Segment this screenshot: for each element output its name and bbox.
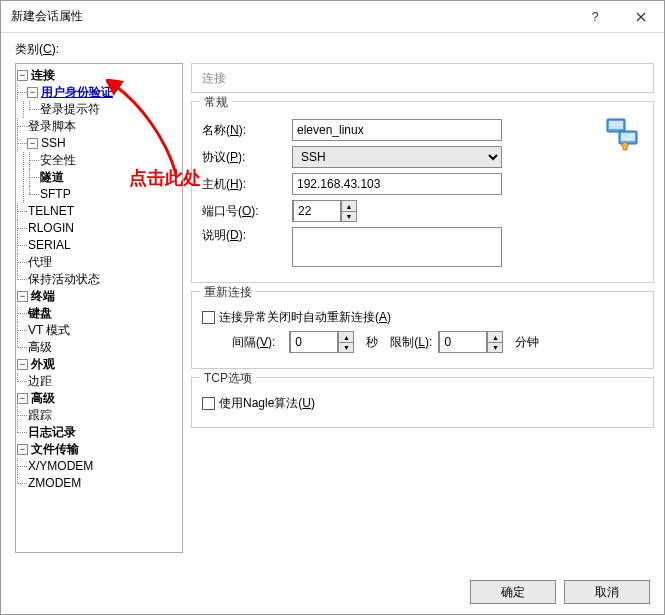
close-icon [636,12,646,22]
category-tree[interactable]: 连接 用户身份验证 登录提示符 登录脚本 SSH 安全性 [15,63,183,553]
tree-login-script[interactable]: 登录脚本 [27,118,77,135]
reconnect-legend: 重新连接 [200,284,256,301]
seconds-label: 秒 [366,334,378,351]
port-input[interactable] [293,200,341,222]
minutes-label: 分钟 [515,334,539,351]
ssh-computers-icon [605,116,641,152]
tree-login-prompt[interactable]: 登录提示符 [39,101,101,118]
tree-terminal[interactable]: 终端 [30,288,56,305]
close-button[interactable] [618,1,664,33]
checkbox-icon [202,397,215,410]
category-label: 类别(C): [15,41,59,58]
spin-down[interactable]: ▼ [338,342,353,352]
tree-toggle[interactable] [27,87,38,98]
svg-rect-3 [621,133,635,141]
tree-logging[interactable]: 日志记录 [27,424,77,441]
tree-margin[interactable]: 边距 [27,373,53,390]
tree-keyboard[interactable]: 键盘 [27,305,53,322]
interval-label: 间隔(V): [232,334,275,351]
tree-keepalive[interactable]: 保持活动状态 [27,271,101,288]
checkbox-icon [202,311,215,324]
panel-header: 连接 [191,63,654,93]
titlebar: 新建会话属性 ? [1,1,664,33]
cancel-button[interactable]: 取消 [564,580,650,604]
host-label: 主机(H): [202,176,292,193]
tree-user-auth[interactable]: 用户身份验证 [40,84,114,101]
dialog-buttons: 确定 取消 [470,580,650,604]
limit-spinner[interactable]: ▲▼ [438,331,503,353]
tree-toggle[interactable] [17,291,28,302]
spin-down[interactable]: ▼ [341,211,356,221]
desc-textarea[interactable] [292,227,502,267]
tcp-legend: TCP选项 [200,370,256,387]
limit-input[interactable] [439,331,487,353]
name-input[interactable] [292,119,502,141]
tree-toggle[interactable] [17,359,28,370]
tree-file-transfer[interactable]: 文件传输 [30,441,80,458]
svg-rect-1 [609,121,623,129]
desc-label: 说明(D): [202,227,292,244]
tree-telnet[interactable]: TELNET [27,203,75,220]
host-input[interactable] [292,173,502,195]
spin-down[interactable]: ▼ [487,342,502,352]
reconnect-group: 重新连接 连接异常关闭时自动重新连接(A) 间隔(V): ▲▼ 秒 限制(L [191,291,654,369]
interval-input[interactable] [290,331,338,353]
interval-spinner[interactable]: ▲▼ [289,331,354,353]
limit-label: 限制(L): [390,334,432,351]
tree-serial[interactable]: SERIAL [27,237,72,254]
tree-trace[interactable]: 跟踪 [27,407,53,424]
protocol-label: 协议(P): [202,149,292,166]
auto-reconnect-checkbox[interactable]: 连接异常关闭时自动重新连接(A) [202,309,391,326]
tree-vtmode[interactable]: VT 模式 [27,322,71,339]
tree-toggle[interactable] [17,444,28,455]
port-spinner[interactable]: ▲▼ [292,200,357,222]
dialog-window: 新建会话属性 ? 类别(C): 连接 用户身份验证 登录提示符 [0,0,665,615]
tcp-group: TCP选项 使用Nagle算法(U) [191,377,654,428]
tree-toggle[interactable] [27,138,38,149]
spin-up[interactable]: ▲ [338,332,353,342]
spin-up[interactable]: ▲ [487,332,502,342]
general-group: 常规 名称(N): 协议(P): SSH 主机(H): [191,101,654,283]
tree-security[interactable]: 安全性 [39,152,77,169]
tree-proxy[interactable]: 代理 [27,254,53,271]
tree-zmodem[interactable]: ZMODEM [27,475,82,492]
window-title: 新建会话属性 [11,8,83,25]
tree-advanced[interactable]: 高级 [30,390,56,407]
port-label: 端口号(O): [202,203,292,220]
nagle-checkbox[interactable]: 使用Nagle算法(U) [202,395,315,412]
settings-panel: 连接 常规 名称(N): 协议(P): SSH [191,63,654,553]
tree-toggle[interactable] [17,393,28,404]
tree-rlogin[interactable]: RLOGIN [27,220,75,237]
name-label: 名称(N): [202,122,292,139]
spin-up[interactable]: ▲ [341,201,356,211]
tree-ssh[interactable]: SSH [40,135,67,152]
general-legend: 常规 [200,94,232,111]
protocol-select[interactable]: SSH [292,146,502,168]
tree-appearance[interactable]: 外观 [30,356,56,373]
help-button[interactable]: ? [572,1,618,33]
tree-toggle[interactable] [17,70,28,81]
tree-tunnel[interactable]: 隧道 [39,169,65,186]
tree-xymodem[interactable]: X/YMODEM [27,458,94,475]
tree-advanced-term[interactable]: 高级 [27,339,53,356]
ok-button[interactable]: 确定 [470,580,556,604]
tree-connection[interactable]: 连接 [30,67,56,84]
tree-sftp[interactable]: SFTP [39,186,72,203]
